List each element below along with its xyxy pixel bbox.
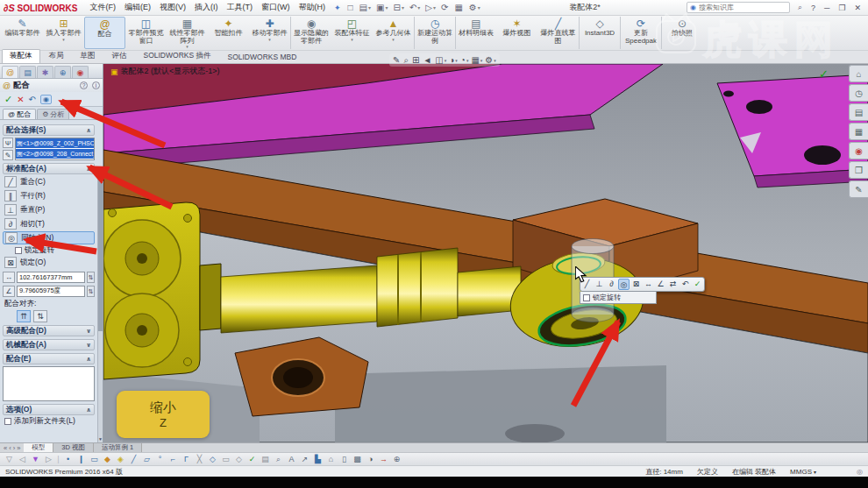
quickbar-button[interactable]: ▦ <box>452 3 466 12</box>
close-button[interactable]: ✕ <box>850 4 864 12</box>
section-mate-selections[interactable]: 配合选择(S) ∧ <box>3 124 95 136</box>
ribbon-button[interactable]: ◉ 显示隐藏的零部件 <box>290 17 331 49</box>
quickbar-button[interactable]: ⟳ <box>438 3 452 12</box>
menu-item[interactable]: 插入(I) <box>190 2 223 13</box>
keep-visible-pin-button[interactable]: ◉ <box>40 95 52 104</box>
alignment-button[interactable]: ⇈ <box>17 310 31 322</box>
selection-option-icon[interactable]: Ψ <box>3 138 13 148</box>
expand-icon[interactable]: ∨ <box>86 328 91 335</box>
distance-spinner[interactable]: ⇅ <box>87 272 95 283</box>
ribbon-button[interactable]: ⟳ 更新 Speedpak <box>620 17 661 49</box>
quickbar-button[interactable]: ▤▾ <box>357 3 374 12</box>
task-pane-tab[interactable]: ▦ <box>849 123 868 140</box>
task-pane-tab[interactable]: ◉ <box>849 142 868 159</box>
viewport-3d-scene[interactable] <box>103 64 868 442</box>
mate-selection-list[interactable]: 面<1>@0098_Z_002_PHSC14A面<2>@0098_208_Con… <box>15 138 95 160</box>
menu-item[interactable]: 编辑(E) <box>120 2 155 13</box>
bottom-toolbar-button[interactable]: ╳ <box>193 455 206 463</box>
ribbon-tab[interactable]: SOLIDWORKS MBD <box>219 51 304 63</box>
section-standard-mates[interactable]: 标准配合(A) ∧ <box>3 163 95 174</box>
bottom-toolbar-button[interactable]: • <box>61 455 75 463</box>
mate-type-row[interactable]: ∥ 平行(R) <box>3 189 95 202</box>
bottom-toolbar-button[interactable]: A <box>285 455 298 463</box>
alignment-button[interactable]: ⇅ <box>33 310 47 322</box>
bottom-toolbar-button[interactable]: ▭ <box>88 455 101 463</box>
bottom-toolbar-button[interactable]: ◇ <box>232 455 245 463</box>
status-globe-icon[interactable]: ◎ <box>857 468 863 476</box>
section-mechanical-mates[interactable]: 机械配合(A) ∨ <box>3 339 95 350</box>
minimize-button[interactable]: ─ <box>821 4 833 12</box>
bottom-toolbar-button[interactable]: ❙ <box>75 455 88 463</box>
context-toolbar-button[interactable]: ⇄ <box>667 279 679 290</box>
mate-type-row[interactable]: ⊥ 垂直(P) <box>3 203 95 216</box>
quickbar-button[interactable]: □ <box>345 3 357 12</box>
bottom-toolbar-button[interactable]: ▩ <box>351 455 364 463</box>
mate-subtab[interactable]: @配合 <box>3 109 36 119</box>
bottom-toolbar-button[interactable]: ╱ <box>127 455 140 463</box>
bottom-toolbar-button[interactable]: ◆ <box>101 455 114 463</box>
ribbon-button[interactable]: @ 配合 <box>84 17 125 49</box>
menu-item[interactable]: 文件(F) <box>85 2 120 13</box>
tab-nav-arrow[interactable]: « <box>4 444 7 452</box>
ribbon-button[interactable]: ⊙ 拍快照 <box>661 17 702 49</box>
bottom-toolbar-button[interactable]: ⌂ <box>324 455 338 463</box>
undo-button[interactable]: ↶ <box>29 95 36 104</box>
ribbon-tab[interactable]: 装配体 <box>2 49 40 63</box>
ribbon-tab[interactable]: 评估 <box>104 49 135 63</box>
document-tab[interactable]: 运动算例 1 <box>94 443 142 452</box>
headsup-button[interactable]: ▦▾ <box>471 55 482 65</box>
collapse-icon[interactable]: ∧ <box>86 407 91 414</box>
task-pane-tab[interactable]: ▤ <box>849 103 868 121</box>
panel-scrollbar[interactable]: ▼ <box>97 175 103 442</box>
ribbon-button[interactable]: ✚ 移动零部件 ▾ <box>249 17 290 49</box>
context-toolbar-button[interactable]: ↔ <box>643 279 654 290</box>
manager-tab[interactable]: @ <box>2 66 18 78</box>
bottom-toolbar-button[interactable]: → <box>377 455 390 463</box>
tab-nav-arrow[interactable]: » <box>17 444 20 452</box>
context-toolbar-button[interactable]: ◎ <box>618 279 630 290</box>
scrollbar-thumb[interactable] <box>98 176 103 331</box>
menu-item[interactable]: 工具(T) <box>222 2 257 13</box>
bottom-toolbar-button[interactable]: ▭ <box>219 455 232 463</box>
context-toolbar-button[interactable]: ⊠ <box>630 279 642 290</box>
task-pane-tab[interactable]: ✎ <box>849 180 868 198</box>
graphics-viewport[interactable] <box>103 64 868 442</box>
manager-tab[interactable]: ✱ <box>37 66 53 78</box>
ribbon-button[interactable]: ◇ Instant3D <box>579 17 620 49</box>
ribbon-button[interactable]: ✶ 爆炸视图 <box>496 17 537 49</box>
headsup-button[interactable]: ◔▾ <box>460 55 469 65</box>
selection-list-item[interactable]: 面<1>@0098_Z_002_PHSC14A <box>16 138 94 149</box>
ribbon-button[interactable]: ⊞ 插入零部件 ▾ <box>43 17 84 49</box>
tab-nav-arrow[interactable]: ‹ <box>9 444 11 452</box>
context-toolbar-button[interactable]: ∂ <box>606 279 617 290</box>
ribbon-button[interactable]: ▦ 线性零部件阵列 ▾ <box>167 17 208 49</box>
help-button[interactable]: ? <box>808 4 819 12</box>
selection-option-icon[interactable]: ✎ <box>3 150 13 160</box>
bottom-toolbar-button[interactable]: ▤ <box>259 455 272 463</box>
bottom-toolbar-button[interactable]: ▼ <box>29 455 42 463</box>
bottom-toolbar-button[interactable]: ▯ <box>338 455 351 463</box>
info-icon[interactable]: i <box>92 81 100 89</box>
bottom-toolbar-button[interactable]: ▽ <box>3 455 16 463</box>
scroll-down-arrow[interactable]: ▼ <box>98 435 103 442</box>
context-toolbar-button[interactable]: ╱ <box>581 279 593 290</box>
context-toolbar-button[interactable]: ⊥ <box>594 279 605 290</box>
headsup-button[interactable]: ⌕ <box>403 55 409 66</box>
menu-item[interactable]: 视图(V) <box>155 2 190 13</box>
bottom-toolbar-button[interactable]: ▙ <box>311 455 324 463</box>
headsup-button[interactable]: ◫▾ <box>435 55 446 65</box>
created-mates-listbox[interactable] <box>3 366 95 401</box>
selection-list-item[interactable]: 面<2>@0098_208_Connect_6 <box>16 149 94 159</box>
bottom-toolbar-button[interactable]: ◈ <box>114 455 127 463</box>
ribbon-tab[interactable]: 草图 <box>73 49 103 63</box>
cancel-button[interactable]: ✕ <box>17 95 24 104</box>
ribbon-button[interactable]: ◷ 新建运动算例 <box>414 17 455 49</box>
section-mates-list[interactable]: 配合(E) ∧ <box>3 353 95 364</box>
context-toolbar-button[interactable]: ↶ <box>679 279 691 290</box>
mate-type-row[interactable]: ∂ 相切(T) <box>3 217 95 230</box>
manager-tab[interactable]: ◉ <box>72 66 89 78</box>
confirmation-check-icon[interactable]: ✓ <box>819 67 829 81</box>
ribbon-button[interactable]: ▤ 材料明细表 <box>455 17 496 49</box>
context-toolbar-button[interactable]: ∠ <box>655 279 666 290</box>
section-options[interactable]: 选项(O) ∧ <box>3 404 95 415</box>
